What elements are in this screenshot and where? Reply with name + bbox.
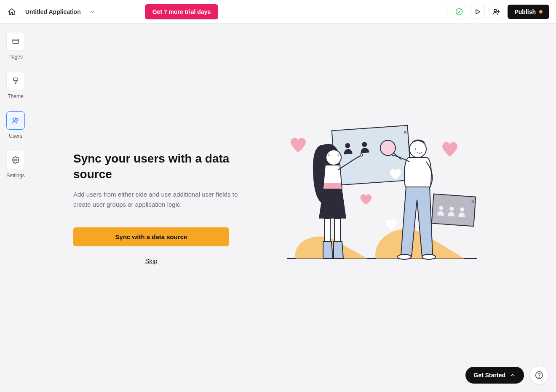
svg-marker-1 xyxy=(476,9,480,14)
users-icon-box xyxy=(6,111,25,130)
header-actions: Publish xyxy=(446,5,549,19)
sidebar-item-label: Users xyxy=(9,133,22,139)
svg-text:✕: ✕ xyxy=(403,129,407,135)
pages-icon-box xyxy=(6,32,25,51)
status-button[interactable] xyxy=(452,5,466,19)
svg-rect-12 xyxy=(332,125,412,185)
sidebar-item-label: Settings xyxy=(6,173,24,179)
sidebar-item-pages[interactable]: Pages xyxy=(6,32,25,60)
pages-icon xyxy=(12,37,19,45)
check-circle-icon xyxy=(455,8,463,16)
svg-text:✕: ✕ xyxy=(471,199,475,204)
svg-rect-26 xyxy=(334,219,340,242)
help-button[interactable] xyxy=(530,366,548,384)
svg-rect-5 xyxy=(13,39,19,44)
sidebar-item-settings[interactable]: Settings xyxy=(6,151,25,179)
theme-icon-box xyxy=(6,72,25,90)
skip-link[interactable]: Skip xyxy=(73,257,229,264)
sidebar-item-label: Theme xyxy=(8,93,23,99)
svg-rect-25 xyxy=(324,219,330,242)
preview-button[interactable] xyxy=(470,5,485,19)
svg-point-31 xyxy=(422,254,436,259)
get-started-label: Get Started xyxy=(474,372,505,379)
sidebar: Pages Theme Users Settings xyxy=(0,24,31,392)
svg-point-28 xyxy=(409,141,426,157)
invite-user-button[interactable] xyxy=(489,5,503,19)
svg-point-10 xyxy=(15,159,17,161)
svg-point-29 xyxy=(415,148,416,149)
help-icon xyxy=(535,371,543,379)
page-subtext: Add users from either side and use addit… xyxy=(73,189,250,210)
user-plus-icon xyxy=(492,8,500,16)
sidebar-item-users[interactable]: Users xyxy=(6,111,25,139)
home-button[interactable] xyxy=(7,7,17,17)
onboarding-illustration: ✕ ✕ xyxy=(250,115,514,267)
sidebar-item-label: Pages xyxy=(8,54,23,60)
svg-point-2 xyxy=(494,9,497,12)
app-title: Untitled Application xyxy=(25,8,81,15)
svg-point-30 xyxy=(398,254,411,259)
publish-button[interactable]: Publish xyxy=(508,5,549,19)
svg-rect-18 xyxy=(432,194,476,226)
svg-point-23 xyxy=(326,150,341,165)
app-header: Untitled Application Get 7 more trial da… xyxy=(0,0,556,24)
svg-point-27 xyxy=(360,154,363,156)
sync-data-source-button[interactable]: Sync with a data source xyxy=(73,227,229,246)
chevron-up-icon xyxy=(510,372,516,378)
svg-point-9 xyxy=(16,119,19,121)
svg-rect-24 xyxy=(324,183,341,189)
onboarding-panel: Sync your users with a data source Add u… xyxy=(73,151,250,264)
publish-status-dot xyxy=(539,10,543,13)
users-icon xyxy=(11,117,20,124)
svg-rect-7 xyxy=(13,78,18,80)
trial-button[interactable]: Get 7 more trial days xyxy=(145,4,219,19)
svg-point-33 xyxy=(539,377,539,377)
page-title: Sync your users with a data source xyxy=(73,151,250,182)
settings-icon-box xyxy=(6,151,25,169)
publish-label: Publish xyxy=(514,8,536,15)
svg-point-8 xyxy=(13,118,16,120)
get-started-button[interactable]: Get Started xyxy=(465,367,524,384)
floating-actions: Get Started xyxy=(465,366,548,384)
home-icon xyxy=(8,8,16,16)
play-icon xyxy=(474,8,481,15)
main-content: Sync your users with a data source Add u… xyxy=(31,24,556,392)
theme-icon xyxy=(12,77,19,85)
settings-icon xyxy=(12,156,19,164)
sidebar-item-theme[interactable]: Theme xyxy=(6,72,25,99)
chevron-down-icon xyxy=(90,9,96,15)
app-menu-toggle[interactable] xyxy=(88,7,98,17)
svg-point-0 xyxy=(456,8,462,15)
illustration-svg: ✕ ✕ xyxy=(283,115,481,267)
